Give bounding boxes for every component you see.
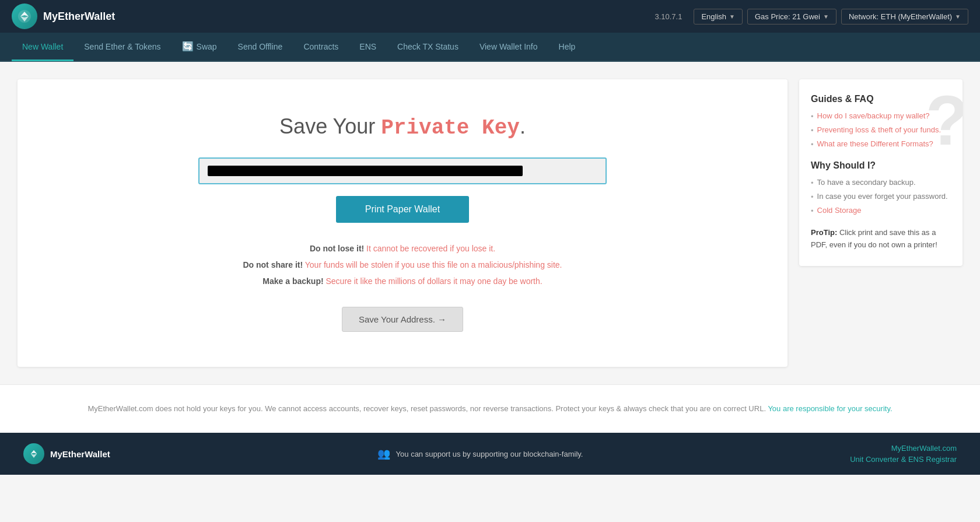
support-icon: 👥: [377, 447, 390, 460]
nav-item-send-ether[interactable]: Send Ether & Tokens: [74, 34, 171, 61]
footer-disclaimer: MyEtherWallet.com does not hold your key…: [0, 384, 980, 433]
warning-lose: Do not lose it! It cannot be recovered i…: [243, 240, 562, 257]
warnings-section: Do not lose it! It cannot be recovered i…: [243, 240, 562, 289]
network-selector[interactable]: Network: ETH (MyEtherWallet) ▼: [841, 9, 968, 24]
footer-logo-text: MyEtherWallet: [50, 449, 110, 459]
nav-item-help[interactable]: Help: [548, 34, 586, 61]
guide-link-1[interactable]: How do I save/backup my wallet?: [811, 111, 951, 121]
nav-item-ens[interactable]: ENS: [349, 34, 387, 61]
disclaimer-text: MyEtherWallet.com does not hold your key…: [35, 402, 945, 415]
nav-item-swap[interactable]: 🔄 Swap: [172, 33, 228, 62]
guide-link-2[interactable]: Preventing loss & theft of your funds.: [811, 125, 951, 135]
chevron-down-icon: ▼: [823, 13, 829, 20]
security-link[interactable]: You are responsible for your security.: [768, 404, 892, 413]
center-card: Save Your Private Key. Print Paper Walle…: [18, 79, 788, 367]
footer-link-2[interactable]: Unit Converter & ENS Registrar: [850, 455, 957, 464]
why-title: Why Should I?: [811, 160, 951, 171]
footer-logo-icon: [23, 443, 44, 464]
footer-logo: MyEtherWallet: [23, 443, 110, 464]
footer-support: 👥 You can support us by supporting our b…: [377, 447, 583, 460]
why-list: To have a secondary backup. In case you …: [811, 178, 951, 215]
swap-icon: 🔄: [182, 41, 194, 52]
footer-link-1[interactable]: MyEtherWallet.com: [891, 444, 957, 453]
page-title: Save Your Private Key.: [279, 114, 526, 140]
gas-price-selector[interactable]: Gas Price: 21 Gwei ▼: [747, 9, 836, 24]
nav-item-send-offline[interactable]: Send Offline: [228, 34, 293, 61]
nav-item-check-tx[interactable]: Check TX Status: [387, 34, 469, 61]
private-key-field[interactable]: [198, 157, 607, 184]
support-text: You can support us by supporting our blo…: [396, 450, 583, 458]
warning-backup: Make a backup! Secure it like the millio…: [243, 273, 562, 289]
logo-text: MyEtherWallet: [43, 10, 115, 23]
nav-item-contracts[interactable]: Contracts: [293, 34, 349, 61]
header: MyEtherWallet 3.10.7.1 English ▼ Gas Pri…: [0, 0, 980, 33]
save-address-button[interactable]: Save Your Address. →: [342, 307, 463, 332]
nav-item-new-wallet[interactable]: New Wallet: [12, 34, 74, 61]
guide-link-3[interactable]: What are these Different Formats?: [811, 139, 951, 149]
main-container: Save Your Private Key. Print Paper Walle…: [6, 62, 974, 384]
guides-list: How do I save/backup my wallet? Preventi…: [811, 111, 951, 149]
sidebar: ? Guides & FAQ How do I save/backup my w…: [799, 79, 963, 266]
main-nav: New Wallet Send Ether & Tokens 🔄 Swap Se…: [0, 33, 980, 62]
nav-item-view-wallet[interactable]: View Wallet Info: [469, 34, 548, 61]
chevron-down-icon: ▼: [729, 13, 735, 20]
guides-title: Guides & FAQ: [811, 94, 951, 104]
version-text: 3.10.7.1: [654, 12, 682, 21]
private-key-value: [208, 166, 523, 176]
print-paper-wallet-button[interactable]: Print Paper Wallet: [336, 196, 469, 223]
bottom-footer: MyEtherWallet 👥 You can support us by su…: [0, 433, 980, 475]
logo-icon: [12, 3, 37, 29]
chevron-down-icon: ▼: [955, 13, 961, 20]
why-item-2: In case you ever forget your password.: [811, 192, 951, 201]
language-selector[interactable]: English ▼: [694, 9, 743, 24]
footer-links: MyEtherWallet.com Unit Converter & ENS R…: [850, 444, 957, 464]
protip: ProTip: Click print and save this as a P…: [811, 227, 951, 251]
why-item-cold-storage[interactable]: Cold Storage: [811, 206, 951, 215]
logo: MyEtherWallet: [12, 3, 115, 29]
warning-share: Do not share it! Your funds will be stol…: [243, 257, 562, 273]
why-item-1: To have a secondary backup.: [811, 178, 951, 187]
